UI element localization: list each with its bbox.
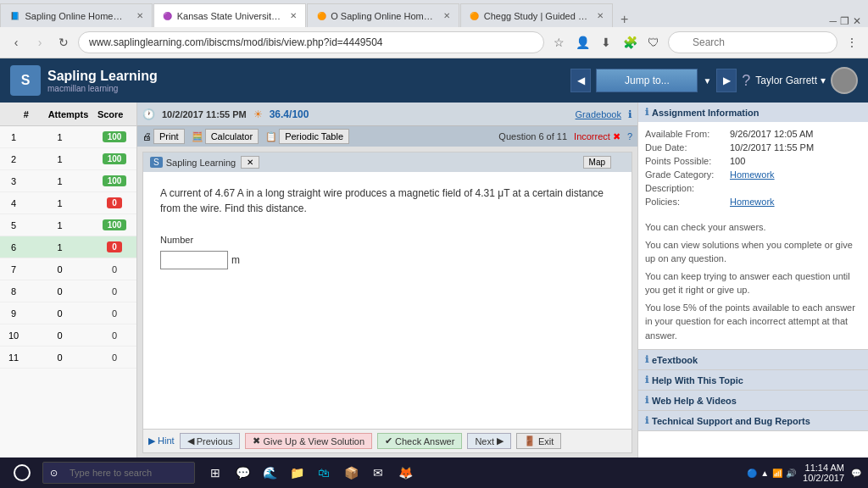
start-button[interactable] bbox=[7, 461, 37, 485]
taskbar-store-icon[interactable]: 🛍 bbox=[312, 461, 336, 485]
tab-3-close[interactable]: ✕ bbox=[443, 11, 450, 20]
reload-button[interactable]: ↻ bbox=[54, 33, 73, 52]
tab-2-close[interactable]: ✕ bbox=[290, 11, 297, 20]
taskbar-search-input[interactable] bbox=[61, 462, 187, 484]
bookmark-button[interactable]: ☆ bbox=[549, 33, 568, 52]
web-help-header[interactable]: ℹ Web Help & Videos bbox=[638, 391, 868, 410]
tab-2-favicon: 🟣 bbox=[163, 10, 173, 22]
taskbar-view-button[interactable]: ⊞ bbox=[203, 461, 227, 485]
question-row-5[interactable]: 51100 bbox=[0, 214, 136, 236]
taskbar-right: 🔵 ▲ 📶 🔊 11:14 AM 10/2/2017 💬 bbox=[747, 463, 861, 483]
grade-category-label: Grade Category: bbox=[645, 169, 730, 180]
sapling-mini-icon: S bbox=[150, 157, 163, 168]
forward-button[interactable]: › bbox=[31, 33, 49, 52]
map-button[interactable]: Map bbox=[583, 156, 611, 169]
question-num-1: 1 bbox=[5, 132, 22, 142]
grade-category-value[interactable]: Homework bbox=[730, 169, 775, 180]
question-row-1[interactable]: 11100 bbox=[0, 126, 136, 148]
prev-nav-button[interactable]: ◀ bbox=[570, 69, 591, 92]
check-answer-button[interactable]: ✔ Check Answer bbox=[377, 433, 462, 449]
question-row-8[interactable]: 800 bbox=[0, 280, 136, 302]
close-frame-button[interactable]: ✕ bbox=[241, 156, 259, 169]
shield-button[interactable]: 🛡 bbox=[644, 33, 663, 52]
question-row-3[interactable]: 31100 bbox=[0, 170, 136, 192]
assignment-info-header[interactable]: ℹ Assignment Information bbox=[638, 103, 868, 122]
user-menu[interactable]: Taylor Garrett ▾ bbox=[755, 75, 826, 86]
calculator-button[interactable]: Calculator bbox=[205, 129, 259, 144]
notification-button[interactable]: 💬 bbox=[851, 469, 861, 478]
start-icon bbox=[14, 464, 31, 481]
tab-4[interactable]: 🟠 Chegg Study | Guided Soluti... ✕ bbox=[460, 3, 613, 27]
taskbar-explorer-icon[interactable]: 📁 bbox=[285, 461, 309, 485]
tab-1-close[interactable]: ✕ bbox=[136, 11, 143, 20]
previous-button[interactable]: ◀ Previous bbox=[180, 433, 241, 449]
policies-text: You can check your answers. You can view… bbox=[638, 217, 868, 349]
help-button[interactable]: ? bbox=[742, 72, 750, 90]
question-row-7[interactable]: 700 bbox=[0, 258, 136, 280]
check-icon: ✔ bbox=[385, 435, 392, 446]
taskbar-mail-icon[interactable]: ✉ bbox=[366, 461, 390, 485]
unit-label: m bbox=[231, 252, 240, 268]
question-row-6[interactable]: 610 bbox=[0, 236, 136, 258]
search-input[interactable] bbox=[668, 31, 837, 53]
print-button[interactable]: Print bbox=[153, 129, 185, 144]
etextbook-header[interactable]: ℹ eTextbook bbox=[638, 350, 868, 369]
jump-to-button[interactable]: Jump to... bbox=[596, 69, 698, 92]
sys-tray-icon: 🔵 bbox=[747, 469, 757, 478]
tech-support-header[interactable]: ℹ Technical Support and Bug Reports bbox=[638, 411, 868, 430]
policies-value[interactable]: Homework bbox=[730, 197, 775, 207]
account-button[interactable]: 👤 bbox=[573, 33, 592, 52]
new-tab-button[interactable]: + bbox=[614, 12, 635, 27]
network-icon: 📶 bbox=[772, 469, 782, 478]
taskbar-amazon-icon[interactable]: 📦 bbox=[339, 461, 363, 485]
hint-button[interactable]: ▶ Hint bbox=[148, 435, 175, 446]
tab-3[interactable]: 🟠 O Sapling Online Homewor... ✕ bbox=[307, 3, 459, 27]
due-date-value: 10/2/2017 11:55 PM bbox=[730, 142, 814, 152]
web-help-icon: ℹ bbox=[645, 395, 648, 406]
incorrect-status: Incorrect ✖ bbox=[574, 131, 620, 142]
question-row-9[interactable]: 900 bbox=[0, 302, 136, 324]
help-small-icon[interactable]: ? bbox=[627, 131, 632, 141]
download-button[interactable]: ⬇ bbox=[597, 33, 615, 52]
taskbar-firefox-icon[interactable]: 🦊 bbox=[393, 461, 417, 485]
exit-icon: 🚪 bbox=[524, 435, 536, 446]
question-score-4: 0 bbox=[97, 197, 131, 208]
question-row-10[interactable]: 1000 bbox=[0, 324, 136, 347]
question-row-11[interactable]: 1100 bbox=[0, 347, 136, 369]
tab-1[interactable]: 📘 Sapling Online Homework ✕ bbox=[0, 3, 153, 27]
give-up-icon: ✖ bbox=[253, 435, 260, 446]
extensions-button[interactable]: 🧩 bbox=[620, 33, 639, 52]
taskbar-edge-icon[interactable]: 🌊 bbox=[258, 461, 281, 485]
question-num-4: 4 bbox=[5, 198, 22, 208]
gradebook-button[interactable]: Gradebook bbox=[576, 109, 621, 119]
previous-label: Previous bbox=[197, 436, 233, 446]
answer-input[interactable] bbox=[160, 251, 228, 269]
header-num: # bbox=[5, 109, 47, 119]
sapling-icon: S bbox=[10, 65, 41, 96]
close-button[interactable]: ✕ bbox=[853, 15, 861, 27]
question-num-8: 8 bbox=[5, 286, 22, 297]
assignment-info-section: ℹ Assignment Information Available From:… bbox=[638, 103, 868, 350]
give-up-button[interactable]: ✖ Give Up & View Solution bbox=[245, 433, 372, 449]
tab-2[interactable]: 🟣 Kansas State University - Ph... ✕ bbox=[153, 3, 306, 27]
periodic-table-button[interactable]: Periodic Table bbox=[279, 129, 349, 144]
next-button[interactable]: Next ▶ bbox=[467, 433, 511, 449]
question-attempts-2: 1 bbox=[22, 154, 97, 164]
next-nav-button[interactable]: ▶ bbox=[716, 69, 737, 92]
restore-button[interactable]: ❐ bbox=[840, 15, 849, 27]
question-attempts-9: 0 bbox=[22, 308, 97, 319]
taskbar-search-box: ⊙ bbox=[42, 462, 195, 484]
taskbar-cortana-button[interactable]: 💬 bbox=[231, 461, 254, 485]
exit-button[interactable]: 🚪 Exit bbox=[516, 433, 561, 449]
taskbar-icons: ⊞ 💬 🌊 📁 🛍 📦 ✉ 🦊 bbox=[203, 461, 417, 485]
menu-button[interactable]: ⋮ bbox=[843, 33, 861, 52]
question-row-2[interactable]: 21100 bbox=[0, 148, 136, 170]
sys-up-arrow[interactable]: ▲ bbox=[760, 469, 769, 478]
back-button[interactable]: ‹ bbox=[7, 33, 25, 52]
address-input[interactable] bbox=[78, 31, 544, 53]
question-attempts-6: 1 bbox=[22, 242, 97, 252]
help-topic-header[interactable]: ℹ Help With This Topic bbox=[638, 370, 868, 390]
question-row-4[interactable]: 410 bbox=[0, 192, 136, 214]
minimize-button[interactable]: ─ bbox=[829, 15, 837, 27]
tab-4-close[interactable]: ✕ bbox=[597, 11, 604, 20]
